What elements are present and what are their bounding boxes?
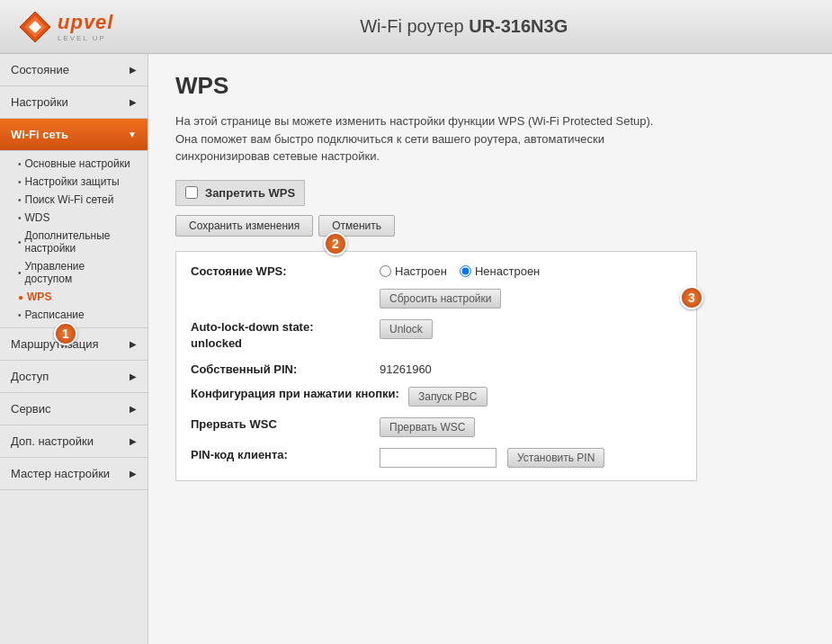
pbc-row: Конфигурация при нажатии кнопки: Запуск … — [191, 387, 682, 407]
wps-reset-value: Сбросить настройки — [380, 289, 501, 309]
configured-label: Настроен — [395, 264, 447, 278]
bullet-additional: • — [18, 237, 22, 247]
model-name: UR-316N3G — [469, 16, 568, 36]
sidebar-item-access[interactable]: Доступ ▶ — [0, 361, 148, 393]
save-button[interactable]: Сохранить изменения — [175, 215, 313, 237]
sidebar-subitem-scan[interactable]: • Поиск Wi-Fi сетей — [0, 191, 148, 209]
pbc-label: Конфигурация при нажатии кнопки: — [191, 387, 399, 400]
sidebar-label-status: Состояние — [11, 63, 69, 76]
main-content: WPS На этой странице вы можете изменить … — [148, 54, 832, 644]
sidebar-arrow-service: ▶ — [130, 404, 137, 414]
sidebar-arrow-routing: ▶ — [130, 339, 137, 349]
own-pin-label: Собственный PIN: — [191, 362, 371, 376]
sidebar-subitem-wps[interactable]: ● WPS — [0, 288, 148, 306]
autolock-label: Auto-lock-down state: unlocked — [191, 319, 371, 352]
sidebar-subitem-security[interactable]: • Настройки защиты — [0, 173, 148, 191]
sidebar-arrow-wizard: ▶ — [130, 469, 137, 479]
bullet-wds: • — [18, 213, 22, 223]
radio-not-configured[interactable]: Ненастроен — [460, 264, 540, 278]
sidebar-item-status[interactable]: Состояние ▶ — [0, 54, 148, 86]
sidebar-label-wifi: Wi-Fi сеть — [11, 128, 68, 141]
sidebar-subitem-additional[interactable]: • Дополнительные настройки — [0, 227, 148, 257]
sidebar-item-wifi[interactable]: Wi-Fi сеть ▼ — [0, 119, 148, 151]
client-pin-row: PIN-код клиента: Установить PIN — [191, 448, 682, 468]
radio-configured[interactable]: Настроен — [380, 264, 447, 278]
own-pin-value: 91261960 — [380, 362, 432, 376]
sidebar-arrow-advanced: ▶ — [130, 436, 137, 446]
sidebar-subitem-schedule[interactable]: • Расписание — [0, 306, 148, 324]
page-description: На этой странице вы можете изменить наст… — [175, 112, 661, 165]
sidebar-item-settings[interactable]: Настройки ▶ — [0, 86, 148, 119]
client-pin-value: Установить PIN — [380, 448, 604, 468]
bullet-wps: ● — [18, 292, 23, 302]
bullet-scan: • — [18, 195, 22, 205]
sidebar-item-advanced[interactable]: Доп. настройки ▶ — [0, 425, 148, 458]
logo-icon — [18, 10, 52, 44]
cancel-button[interactable]: Отменить — [318, 215, 395, 237]
autolock-value: unlocked — [191, 336, 242, 350]
wps-status-row: Состояние WPS: Настроен Ненастроен — [191, 264, 682, 278]
logo-brand: upvel — [58, 11, 113, 34]
sidebar-arrow-access: ▶ — [130, 371, 137, 381]
interrupt-wsc-row: Прервать WSC Прервать WSC — [191, 417, 682, 437]
logo: upvel LEVEL UP — [18, 10, 113, 44]
sidebar-subitem-access-ctrl[interactable]: • Управление доступом — [0, 257, 148, 288]
radio-not-configured-input[interactable] — [460, 265, 471, 277]
bullet-basic: • — [18, 159, 22, 169]
logo-tagline: LEVEL UP — [58, 34, 113, 42]
autolock-row: Auto-lock-down state: unlocked Unlock — [191, 319, 682, 352]
disable-wps-row: Запретить WPS — [175, 180, 305, 206]
not-configured-label: Ненастроен — [475, 264, 540, 278]
sidebar-label-routing: Маршрутизация — [11, 337, 99, 351]
own-pin-row: Собственный PIN: 91261960 — [191, 362, 682, 376]
sidebar-item-routing[interactable]: Маршрутизация ▶ — [0, 328, 148, 361]
bullet-access-ctrl: • — [18, 268, 22, 278]
sidebar-label-access: Доступ — [11, 370, 49, 383]
sidebar-arrow-wifi: ▼ — [128, 130, 137, 139]
sidebar-label-settings: Настройки — [11, 95, 68, 109]
disable-wps-checkbox[interactable] — [185, 186, 198, 199]
main-layout: Состояние ▶ Настройки ▶ Wi-Fi сеть ▼ • О… — [0, 54, 832, 644]
wifi-submenu: • Основные настройки • Настройки защиты … — [0, 151, 148, 328]
sidebar-item-wizard[interactable]: Мастер настройки ▶ — [0, 458, 148, 490]
action-buttons-row: Сохранить изменения Отменить — [175, 215, 805, 237]
logo-text: upvel LEVEL UP — [58, 11, 113, 42]
wps-status-value: Настроен Ненастроен — [380, 264, 540, 278]
disable-wps-label: Запретить WPS — [205, 186, 295, 200]
client-pin-label: PIN-код клиента: — [191, 448, 371, 461]
wps-status-label: Состояние WPS: — [191, 264, 371, 278]
launch-pbc-button[interactable]: Запуск PBC — [408, 387, 488, 407]
interrupt-wsc-value: Прервать WSC — [380, 417, 475, 437]
sidebar-label-wizard: Мастер настройки — [11, 467, 110, 480]
sidebar-label-advanced: Доп. настройки — [11, 434, 94, 448]
reset-settings-button[interactable]: Сбросить настройки — [380, 289, 501, 309]
bullet-schedule: • — [18, 310, 22, 320]
set-pin-button[interactable]: Установить PIN — [507, 448, 604, 468]
sidebar-subitem-wds[interactable]: • WDS — [0, 209, 148, 227]
sidebar: Состояние ▶ Настройки ▶ Wi-Fi сеть ▼ • О… — [0, 54, 148, 644]
unlock-button[interactable]: Unlock — [380, 319, 433, 339]
sidebar-item-service[interactable]: Сервис ▶ — [0, 393, 148, 425]
page-title: WPS — [175, 72, 805, 100]
pbc-value: Запуск PBC — [408, 387, 488, 407]
wps-radio-group: Настроен Ненастроен — [380, 264, 540, 278]
interrupt-wsc-label: Прервать WSC — [191, 417, 371, 431]
wps-reset-row: Сбросить настройки — [191, 289, 682, 309]
interrupt-wsc-button[interactable]: Прервать WSC — [380, 417, 475, 437]
autolock-value-cell: Unlock — [380, 319, 433, 339]
wps-status-box: Состояние WPS: Настроен Ненастроен — [175, 251, 697, 481]
header: upvel LEVEL UP Wi-Fi роутер UR-316N3G — [0, 0, 832, 54]
sidebar-subitem-basic[interactable]: • Основные настройки — [0, 155, 148, 173]
sidebar-arrow-status: ▶ — [130, 65, 137, 75]
sidebar-label-service: Сервис — [11, 402, 51, 416]
sidebar-arrow-settings: ▶ — [130, 97, 137, 107]
client-pin-input[interactable] — [380, 448, 497, 468]
own-pin-number: 91261960 — [380, 362, 432, 376]
page-header-title: Wi-Fi роутер UR-316N3G — [113, 16, 814, 37]
radio-configured-input[interactable] — [380, 265, 391, 277]
bullet-security: • — [18, 177, 22, 187]
